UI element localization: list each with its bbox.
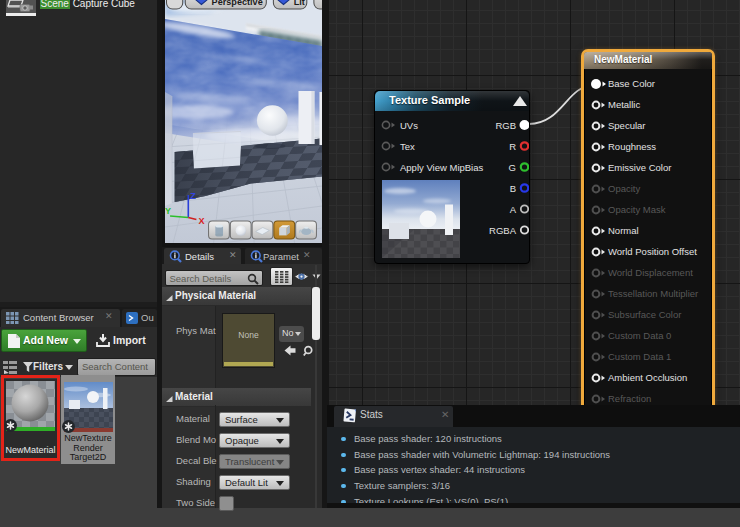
svg-text:Metallic: Metallic bbox=[608, 99, 640, 110]
svg-text:X: X bbox=[198, 216, 204, 226]
svg-text:Tessellation Multiplier: Tessellation Multiplier bbox=[608, 288, 698, 299]
svg-text:Normal: Normal bbox=[608, 225, 639, 236]
svg-text:Opacity Mask: Opacity Mask bbox=[608, 204, 666, 215]
svg-text:Custom Data 1: Custom Data 1 bbox=[608, 351, 671, 362]
svg-text:Ambient Occlusion: Ambient Occlusion bbox=[608, 372, 687, 383]
svg-text:Specular: Specular bbox=[608, 120, 646, 131]
svg-text:Z: Z bbox=[190, 191, 196, 201]
svg-text:Custom Data 0: Custom Data 0 bbox=[608, 330, 671, 341]
svg-text:R: R bbox=[509, 141, 516, 152]
svg-text:UVs: UVs bbox=[400, 120, 418, 131]
svg-text:Apply View MipBias: Apply View MipBias bbox=[400, 162, 484, 173]
svg-text:Perspective: Perspective bbox=[212, 0, 263, 7]
svg-text:A: A bbox=[510, 204, 517, 215]
svg-text:Tex: Tex bbox=[400, 141, 415, 152]
svg-text:Base Color: Base Color bbox=[608, 78, 655, 89]
svg-text:Emissive Color: Emissive Color bbox=[608, 162, 671, 173]
svg-text:RGBA: RGBA bbox=[489, 225, 517, 236]
svg-text:B: B bbox=[510, 183, 516, 194]
svg-text:World Position Offset: World Position Offset bbox=[608, 246, 697, 257]
svg-text:Lit: Lit bbox=[294, 0, 305, 7]
svg-text:Subsurface Color: Subsurface Color bbox=[608, 309, 681, 320]
svg-text:World Displacement: World Displacement bbox=[608, 267, 693, 278]
svg-text:RGB: RGB bbox=[495, 120, 516, 131]
svg-text:G: G bbox=[509, 162, 516, 173]
svg-text:Opacity: Opacity bbox=[608, 183, 640, 194]
svg-text:Refraction: Refraction bbox=[608, 393, 651, 404]
svg-text:Roughness: Roughness bbox=[608, 141, 656, 152]
svg-text:Y: Y bbox=[165, 206, 171, 216]
